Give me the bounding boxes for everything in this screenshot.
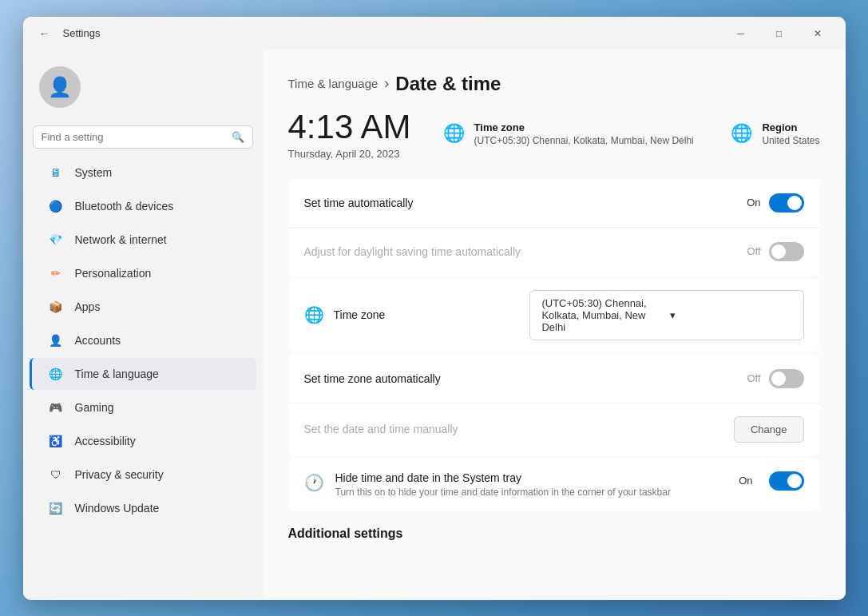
breadcrumb-parent: Time & language (288, 77, 379, 90)
change-button[interactable]: Change (734, 416, 804, 443)
hide-system-tray-state: On (739, 475, 752, 487)
network-icon: 💎 (48, 232, 64, 248)
window-title: Settings (63, 27, 101, 39)
toggle-knob (771, 372, 786, 386)
daylight-saving-row: Adjust for daylight saving time automati… (288, 228, 820, 276)
sidebar-item-label: Privacy & security (75, 468, 164, 481)
titlebar-left: ← Settings (36, 24, 101, 43)
settings-card-3: Set time zone automatically Off Set the … (288, 355, 820, 455)
hide-system-tray-row: 🕐 Hide time and date in the System tray … (288, 459, 820, 511)
sidebar-item-label: Accounts (75, 334, 121, 347)
sidebar: 👤 🔍 🖥 System 🔵 Bluetooth & devices 💎 Net… (23, 50, 263, 600)
hide-system-tray-controls: On (739, 471, 803, 491)
settings-card-2: 🌐 Time zone (UTC+05:30) Chennai, Kolkata… (288, 279, 820, 352)
gaming-icon: 🎮 (48, 399, 64, 415)
accessibility-icon: ♿ (48, 433, 64, 449)
sidebar-item-update[interactable]: 🔄 Windows Update (30, 492, 256, 524)
timezone-row-label: Time zone (334, 308, 530, 321)
apps-icon: 📦 (48, 299, 64, 315)
minimize-button[interactable]: ─ (723, 21, 759, 46)
current-date: Thursday, April 20, 2023 (288, 148, 411, 160)
sidebar-item-label: Accessibility (75, 435, 136, 447)
set-time-auto-toggle[interactable] (769, 193, 804, 213)
set-tz-auto-state: Off (747, 372, 760, 384)
breadcrumb: Time & language › Date & time (288, 73, 820, 95)
window-controls: ─ □ ✕ (723, 21, 836, 46)
privacy-icon: 🛡 (48, 467, 64, 483)
toggle-knob (787, 474, 802, 488)
system-icon: 🖥 (48, 165, 64, 181)
region-value: United States (762, 135, 819, 146)
sidebar-item-personalization[interactable]: ✏ Personalization (30, 257, 256, 289)
timezone-label: Time zone (474, 121, 694, 133)
maximize-button[interactable]: □ (761, 21, 798, 46)
timezone-row: 🌐 Time zone (UTC+05:30) Chennai, Kolkata… (288, 279, 820, 352)
additional-settings-heading: Additional settings (288, 527, 820, 541)
set-tz-auto-toggle[interactable] (769, 369, 804, 388)
region-globe-icon: 🌐 (731, 123, 752, 144)
daylight-saving-toggle[interactable] (769, 242, 804, 261)
sidebar-item-bluetooth[interactable]: 🔵 Bluetooth & devices (30, 190, 256, 222)
toggle-knob (787, 196, 802, 210)
sidebar-item-accessibility[interactable]: ♿ Accessibility (30, 425, 256, 457)
set-time-auto-label: Set time automatically (304, 197, 747, 209)
user-avatar-area: 👤 (23, 57, 263, 117)
sidebar-item-label: Windows Update (75, 502, 160, 515)
manual-datetime-row: Set the date and time manually Change (288, 403, 820, 455)
sidebar-item-label: Gaming (75, 401, 114, 414)
search-input[interactable] (42, 131, 232, 143)
timezone-dropdown[interactable]: (UTC+05:30) Chennai, Kolkata, Mumbai, Ne… (529, 290, 803, 340)
timezone-text: Time zone (UTC+05:30) Chennai, Kolkata, … (474, 121, 694, 146)
daylight-saving-state: Off (747, 245, 760, 257)
time-display: 4:13 AM Thursday, April 20, 2023 (288, 108, 411, 160)
timezone-value: (UTC+05:30) Chennai, Kolkata, Mumbai, Ne… (474, 135, 694, 146)
sidebar-item-system[interactable]: 🖥 System (30, 157, 256, 189)
settings-card-4: 🕐 Hide time and date in the System tray … (288, 459, 820, 511)
sidebar-item-label: Personalization (75, 267, 152, 280)
sidebar-item-label: System (75, 166, 113, 179)
timezone-info: 🌐 Time zone (UTC+05:30) Chennai, Kolkata… (443, 121, 694, 146)
manual-datetime-label: Set the date and time manually (304, 423, 734, 435)
region-info: 🌐 Region United States (731, 121, 819, 146)
hide-system-tray-toggle[interactable] (769, 471, 804, 491)
daylight-saving-label: Adjust for daylight saving time automati… (304, 245, 747, 258)
current-time: 4:13 AM (288, 108, 411, 146)
timezone-row-icon: 🌐 (304, 305, 324, 324)
breadcrumb-separator: › (384, 75, 389, 92)
sidebar-item-label: Bluetooth & devices (75, 200, 174, 213)
toggle-knob (771, 244, 786, 259)
sidebar-item-gaming[interactable]: 🎮 Gaming (30, 391, 256, 423)
settings-card-1: Set time automatically On Adjust for day… (288, 179, 820, 276)
sidebar-item-apps[interactable]: 📦 Apps (30, 291, 256, 323)
sidebar-item-label: Time & language (75, 368, 159, 380)
avatar: 👤 (39, 66, 81, 108)
accounts-icon: 👤 (48, 332, 64, 348)
settings-window: ← Settings ─ □ ✕ 👤 🔍 🖥 System (23, 17, 846, 600)
bluetooth-icon: 🔵 (48, 198, 64, 214)
timezone-globe-icon: 🌐 (443, 123, 465, 144)
update-icon: 🔄 (48, 500, 64, 516)
sidebar-item-label: Network & internet (75, 233, 167, 246)
time-icon: 🌐 (48, 366, 64, 382)
breadcrumb-current: Date & time (395, 73, 501, 95)
search-box[interactable]: 🔍 (33, 125, 253, 149)
main-content: Time & language › Date & time 4:13 AM Th… (263, 50, 846, 600)
timezone-dropdown-value: (UTC+05:30) Chennai, Kolkata, Mumbai, Ne… (541, 297, 664, 333)
content-area: 👤 🔍 🖥 System 🔵 Bluetooth & devices 💎 Net… (23, 50, 846, 600)
set-tz-auto-label: Set time zone automatically (304, 372, 747, 385)
set-time-auto-row: Set time automatically On (288, 179, 820, 228)
hide-system-tray-title: Hide time and date in the System tray (335, 471, 739, 484)
region-label: Region (762, 121, 819, 133)
personalization-icon: ✏ (48, 265, 64, 281)
hide-system-tray-description: Turn this on to hide your time and date … (335, 487, 739, 498)
back-button[interactable]: ← (36, 24, 54, 43)
titlebar: ← Settings ─ □ ✕ (23, 17, 846, 50)
sidebar-item-time[interactable]: 🌐 Time & language (30, 358, 256, 390)
close-button[interactable]: ✕ (799, 21, 836, 46)
search-icon: 🔍 (232, 131, 244, 143)
set-time-auto-state: On (747, 197, 760, 209)
sidebar-item-privacy[interactable]: 🛡 Privacy & security (30, 459, 256, 491)
avatar-icon: 👤 (48, 76, 72, 98)
sidebar-item-network[interactable]: 💎 Network & internet (30, 224, 256, 256)
sidebar-item-accounts[interactable]: 👤 Accounts (30, 324, 256, 356)
